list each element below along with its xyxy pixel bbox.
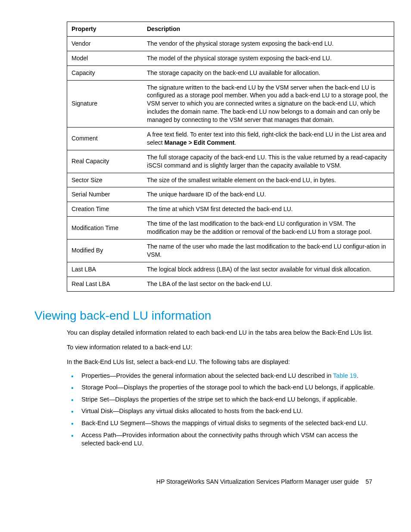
property-cell: Modified By: [67, 240, 143, 262]
table-row: Comment A free text field. To enter text…: [67, 128, 394, 150]
description-cell: The model of the physical storage system…: [143, 51, 394, 65]
description-cell: The logical block address (LBA) of the l…: [143, 262, 394, 277]
property-cell: Modification Time: [67, 217, 143, 240]
description-cell: The vendor of the physical storage syste…: [143, 36, 394, 51]
table-row: Modified By The name of the user who mad…: [67, 240, 394, 262]
property-cell: Creation Time: [67, 202, 143, 217]
document-page: Property Description Vendor The vendor o…: [0, 0, 411, 502]
paragraph: To view information related to a back-en…: [67, 343, 381, 352]
description-cell: The signature written to the back-end LU…: [143, 80, 394, 127]
description-cell: The size of the smallest writable elemen…: [143, 173, 394, 187]
property-cell: Sector Size: [67, 173, 143, 187]
description-cell: The name of the user who made the last m…: [143, 240, 394, 262]
table-row: Capacity The storage capacity on the bac…: [67, 65, 394, 80]
description-cell: The storage capacity on the back-end LU …: [143, 65, 394, 80]
table-row: Model The model of the physical storage …: [67, 51, 394, 65]
table-row: Modification Time The time of the last m…: [67, 217, 394, 240]
page-footer: HP StorageWorks SAN Virtualization Servi…: [34, 478, 381, 485]
paragraph: In the Back-End LUs list, select a back-…: [67, 358, 381, 367]
table-row: Sector Size The size of the smallest wri…: [67, 173, 394, 187]
page-number: 57: [365, 478, 372, 485]
list-item: Access Path—Provides information about t…: [77, 431, 381, 448]
property-cell: Vendor: [67, 36, 143, 51]
section-heading: Viewing back-end LU information: [34, 309, 381, 323]
header-property: Property: [67, 22, 143, 37]
list-item: Properties—Provides the general informat…: [77, 372, 381, 380]
table-row: Vendor The vendor of the physical storag…: [67, 36, 394, 51]
list-item: Stripe Set—Displays the properties of th…: [77, 395, 381, 404]
cross-reference-link[interactable]: Table 19: [333, 372, 357, 379]
tabs-list: Properties—Provides the general informat…: [67, 372, 381, 448]
table-row: Real Capacity The full storage capacity …: [67, 150, 394, 173]
property-cell: Model: [67, 51, 143, 65]
table-row: Serial Number The unique hardware ID of …: [67, 187, 394, 202]
property-cell: Real Capacity: [67, 150, 143, 173]
list-item: Storage Pool—Displays the properties of …: [77, 383, 381, 392]
text-fragment: .: [357, 372, 358, 379]
description-cell: The time at which VSM first detected the…: [143, 202, 394, 217]
list-item: Back-End LU Segment—Shows the mappings o…: [77, 419, 381, 428]
table-row: Last LBA The logical block address (LBA)…: [67, 262, 394, 277]
text-fragment: .: [234, 139, 236, 146]
bold-text: Manage > Edit Comment: [164, 139, 234, 146]
description-cell: A free text field. To enter text into th…: [143, 128, 394, 150]
property-cell: Comment: [67, 128, 143, 150]
paragraph: You can display detailed information rel…: [67, 329, 381, 337]
description-cell: The LBA of the last sector on the back-e…: [143, 277, 394, 291]
description-cell: The unique hardware ID of the back-end L…: [143, 187, 394, 202]
properties-table: Property Description Vendor The vendor o…: [67, 22, 394, 292]
description-cell: The time of the last modification to the…: [143, 217, 394, 240]
table-row: Real Last LBA The LBA of the last sector…: [67, 277, 394, 291]
table-header-row: Property Description: [67, 22, 394, 37]
table-row: Signature The signature written to the b…: [67, 80, 394, 127]
description-cell: The full storage capacity of the back-en…: [143, 150, 394, 173]
property-cell: Real Last LBA: [67, 277, 143, 291]
property-cell: Capacity: [67, 65, 143, 80]
footer-title: HP StorageWorks SAN Virtualization Servi…: [156, 478, 359, 485]
property-cell: Last LBA: [67, 262, 143, 277]
list-item: Virtual Disk—Displays any virtual disks …: [77, 407, 381, 416]
property-cell: Serial Number: [67, 187, 143, 202]
property-cell: Signature: [67, 80, 143, 127]
text-fragment: Properties—Provides the general informat…: [81, 372, 333, 379]
table-row: Creation Time The time at which VSM firs…: [67, 202, 394, 217]
header-description: Description: [143, 22, 394, 37]
